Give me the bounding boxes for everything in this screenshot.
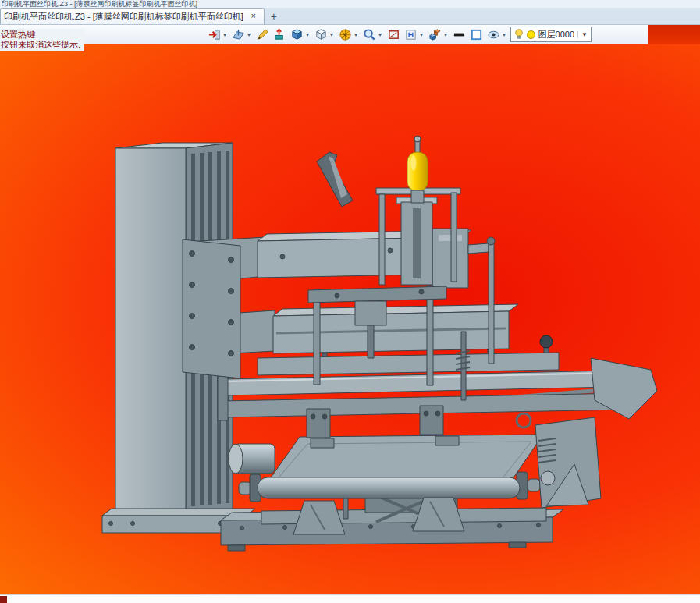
status-corner-mark — [0, 596, 7, 603]
layer-visibility-bulb-icon[interactable] — [514, 29, 524, 40]
dropdown-arrow-icon: ▾ — [377, 31, 383, 38]
solid-cube-icon[interactable]: ▾ — [290, 27, 311, 42]
hint-line-2: 按钮来取消这些提示. — [1, 40, 80, 50]
visibility-eye-icon[interactable]: ▾ — [486, 27, 508, 42]
tab-close-icon[interactable]: × — [248, 11, 259, 22]
lever-handle — [317, 152, 353, 207]
tab-bar: 印刷机平面丝印机.Z3 - [薄膜丝网印刷机标签印刷机平面丝印机] × + — [0, 8, 700, 25]
finish-exit-icon[interactable]: ▾ — [207, 27, 229, 42]
layer-name-label: 图层0000 — [538, 29, 574, 41]
dropdown-arrow-icon: ▾ — [222, 31, 228, 38]
document-tab-title: 印刷机平面丝印机.Z3 - [薄膜丝网印刷机标签印刷机平面丝印机] — [4, 11, 243, 23]
dropdown-arrow-icon: ▾ — [329, 31, 335, 38]
zoom-magnifier-icon[interactable]: ▾ — [362, 27, 384, 42]
dropdown-arrow-icon: ▾ — [353, 31, 359, 38]
new-tab-button[interactable]: + — [265, 10, 283, 24]
color-swatch-icon[interactable] — [469, 27, 484, 42]
hotkey-hint-tooltip: 设置热键 按钮来取消这些提示. — [0, 29, 84, 51]
line-width-icon[interactable] — [452, 27, 467, 42]
side-cylinder — [229, 444, 275, 474]
right-bracket-assembly — [535, 417, 601, 508]
dropdown-arrow-icon: ▾ — [304, 31, 311, 38]
layer-dropdown-arrow-icon[interactable]: ▼ — [577, 31, 588, 38]
pattern-wheel-icon[interactable]: ▾ — [338, 27, 360, 42]
machine-3d-model[interactable] — [0, 44, 700, 594]
3d-viewport[interactable] — [0, 44, 700, 594]
extrude-icon[interactable] — [272, 27, 287, 42]
section-frame-icon[interactable] — [386, 27, 401, 42]
reference-grid-icon[interactable]: ▾ — [403, 27, 425, 42]
document-tab[interactable]: 印刷机平面丝印机.Z3 - [薄膜丝网印刷机标签印刷机平面丝印机] × — [0, 8, 265, 24]
layer-selector[interactable]: 图层0000 ▼ — [510, 27, 592, 42]
wireframe-cube-icon[interactable]: ▾ — [314, 27, 336, 42]
assembly-cubes-icon[interactable]: ▾ — [428, 27, 449, 42]
status-bar — [0, 594, 700, 603]
layer-color-dot-icon — [527, 30, 535, 39]
hint-line-1: 设置热键 — [1, 30, 80, 40]
main-toolbar: ▾ ▾ ▾ ▾ ▾ ▾ ▾ ▾ — [0, 25, 648, 44]
dropdown-arrow-icon: ▾ — [442, 31, 449, 38]
datum-plane-icon[interactable]: ▾ — [231, 27, 253, 42]
sketch-pencil-icon[interactable] — [255, 27, 270, 42]
dropdown-arrow-icon: ▾ — [418, 31, 425, 38]
dropdown-arrow-icon: ▾ — [501, 31, 507, 38]
dropdown-arrow-icon: ▾ — [246, 31, 252, 38]
window-title-clipped: 印刷机平面丝印机.Z3 - [薄膜丝网印刷机标签印刷机平面丝印机] — [0, 0, 700, 8]
toolbar-right-red-gap — [648, 25, 700, 44]
